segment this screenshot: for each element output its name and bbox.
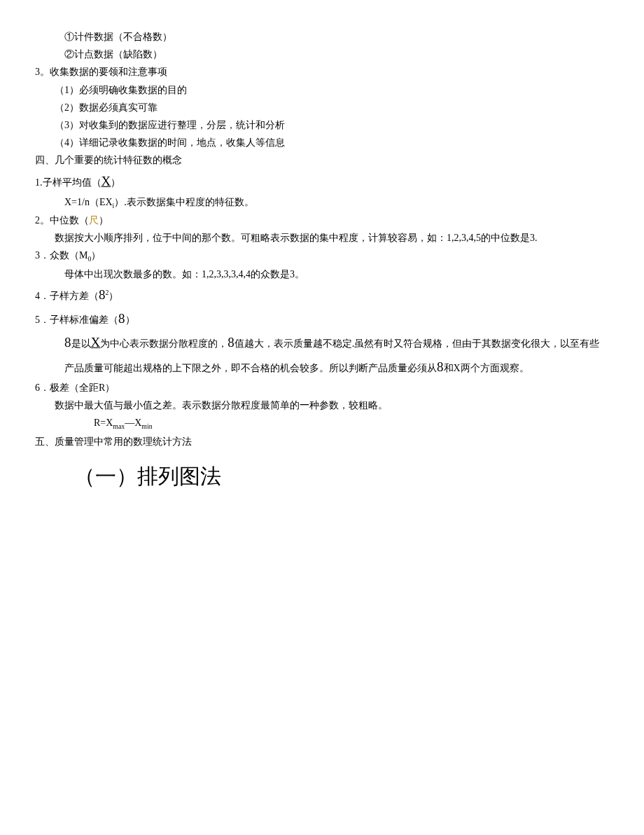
text-line: 6．极差（全距R） xyxy=(35,379,609,396)
text-fragment: 和X两个方面观察。 xyxy=(444,363,529,373)
text-fragment: ） xyxy=(99,215,108,226)
text-fragment: 3．众数（M xyxy=(35,250,88,261)
text-line: 2。中位数（尺） xyxy=(35,212,609,229)
symbol-s: 8 xyxy=(99,287,106,302)
text-fragment: ） xyxy=(91,250,101,261)
text-line: 3．众数（M0） xyxy=(35,247,609,265)
symbol-s: 8 xyxy=(118,311,125,326)
text-line: 数据中最大值与最小值之差。表示数据分散程度最简单的一种参数，较粗略。 xyxy=(35,396,609,414)
text-line: （4）详细记录收集数据的时间，地点，收集人等信息 xyxy=(35,134,609,151)
text-line: （2）数据必须真实可靠 xyxy=(35,99,609,116)
text-line: ②计点数据（缺陷数） xyxy=(35,46,609,63)
subscript: min xyxy=(141,422,152,430)
symbol-x-bar: X xyxy=(91,335,101,350)
text-paragraph: 数据按大小顺序排列，位于中间的那个数。可粗略表示数据的集中程度，计算较容易，如：… xyxy=(35,229,609,247)
text-fragment: 4．子样方差（ xyxy=(35,291,99,301)
text-fragment: ） xyxy=(125,315,135,325)
text-line: 1.子样平均值（X） xyxy=(35,170,609,193)
text-fragment: ） xyxy=(111,177,120,188)
section-heading: 四、几个重要的统计特征数的概念 xyxy=(35,151,609,169)
text-line: 5．子样标准偏差（8） xyxy=(35,307,609,331)
formula-line: R=Xmax—Xmin xyxy=(35,414,609,432)
formula-line: X=1/n（EXi）.表示数据集中程度的特征数。 xyxy=(35,193,609,212)
section-heading: 五、质量管理中常用的数理统计方法 xyxy=(35,433,609,450)
text-line: 母体中出现次数最多的数。如：1,2,3,3,3,4,4的众数是3。 xyxy=(35,265,609,283)
text-fragment: —X xyxy=(125,418,141,428)
text-line: （1）必须明确收集数据的目的 xyxy=(35,81,609,99)
symbol-s: 8 xyxy=(227,335,234,350)
text-line: 4．子样方差（82） xyxy=(35,283,609,307)
text-fragment: 2。中位数（ xyxy=(35,215,89,226)
text-fragment: 为中心表示数据分散程度的， xyxy=(100,338,227,349)
symbol-s: 8 xyxy=(437,359,444,374)
symbol-x-bar: X xyxy=(102,174,111,188)
text-fragment: 是以 xyxy=(71,338,91,349)
symbol-median: 尺 xyxy=(89,215,99,226)
text-fragment: X=1/n（EX xyxy=(64,197,113,207)
text-fragment: 5．子样标准偏差（ xyxy=(35,315,118,325)
symbol-s: 8 xyxy=(64,335,71,350)
text-fragment: 1.子样平均值（ xyxy=(35,177,102,188)
main-heading: （一）排列图法 xyxy=(35,457,609,495)
text-line: 3。收集数据的要领和注意事项 xyxy=(35,63,609,81)
text-line: ①计件数据（不合格数） xyxy=(35,28,609,46)
text-fragment: R=X xyxy=(94,418,113,428)
text-fragment: ）.表示数据集中程度的特征数。 xyxy=(114,197,254,207)
subscript: max xyxy=(113,422,125,430)
text-paragraph: 8是以X为中心表示数据分散程度的，8值越大，表示质量越不稳定.虽然有时又符合规格… xyxy=(35,331,609,378)
text-fragment: ） xyxy=(108,291,118,301)
text-line: （3）对收集到的数据应进行整理，分层，统计和分析 xyxy=(35,116,609,134)
document-body: ①计件数据（不合格数） ②计点数据（缺陷数） 3。收集数据的要领和注意事项 （1… xyxy=(35,28,609,495)
